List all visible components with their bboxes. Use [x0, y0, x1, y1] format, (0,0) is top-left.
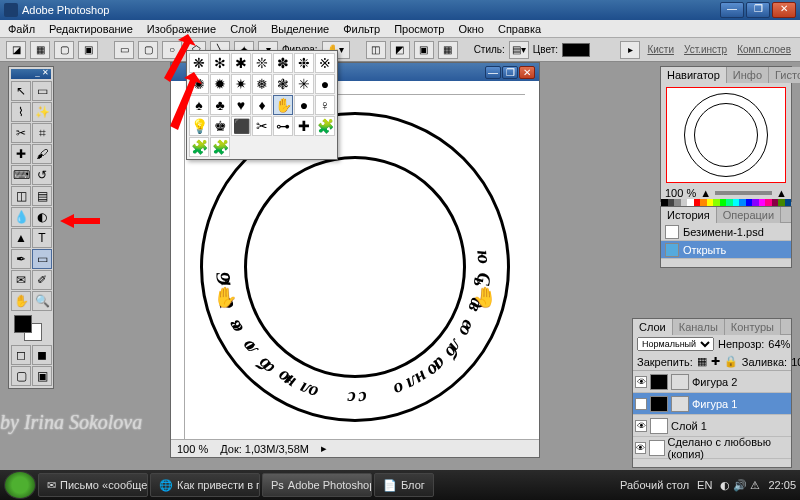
menu-select[interactable]: Выделение [265, 21, 335, 37]
combine-add-button[interactable]: ◫ [366, 41, 386, 59]
layer-row[interactable]: 👁 Фигура 1 [633, 393, 791, 415]
visibility-toggle[interactable]: 👁 [635, 376, 647, 388]
rect-shape-button[interactable]: ▭ [114, 41, 134, 59]
shape-swatch[interactable]: 🧩 [189, 137, 209, 157]
nav-zoom[interactable]: 100 % [665, 187, 696, 199]
nav-zoom-in-icon[interactable]: ▲ [776, 187, 787, 199]
navigator-preview[interactable] [666, 87, 786, 183]
menu-window[interactable]: Окно [452, 21, 490, 37]
fill-pixels-button[interactable]: ▣ [78, 41, 98, 59]
visibility-toggle[interactable]: 👁 [635, 442, 646, 454]
shape-swatch[interactable]: ● [315, 74, 335, 94]
layer-mask-thumb[interactable] [671, 374, 689, 390]
layer-thumb[interactable] [650, 396, 668, 412]
ruler-vertical[interactable] [171, 95, 185, 439]
move-tool[interactable]: ↖ [11, 81, 31, 101]
layer-mask-thumb[interactable] [671, 396, 689, 412]
shape-swatch[interactable]: ● [294, 95, 314, 115]
combine-intersect-button[interactable]: ▣ [414, 41, 434, 59]
layer-comps-link[interactable]: Комп.слоев [734, 44, 794, 55]
screenmode-std[interactable]: ▢ [11, 366, 31, 386]
statusbar-arrow[interactable]: ▸ [321, 442, 327, 455]
tab-histogram[interactable]: Гистограмма [769, 67, 800, 83]
fg-color-chip[interactable] [14, 315, 32, 333]
menu-view[interactable]: Просмотр [388, 21, 450, 37]
system-tray[interactable]: Рабочий стол EN ◐ 🔊 ⚠ 22:05 [620, 479, 796, 492]
shape-swatch[interactable]: ✋ [273, 95, 293, 115]
shape-swatch[interactable]: ✽ [273, 53, 293, 73]
taskbar-item[interactable]: 🌐Как привести в пор... [150, 473, 260, 497]
opacity-value[interactable]: 64% [768, 338, 790, 350]
screenmode-full[interactable]: ▣ [32, 366, 52, 386]
blur-tool[interactable]: 💧 [11, 207, 31, 227]
shape-swatch[interactable]: 🧩 [210, 137, 230, 157]
visibility-toggle[interactable]: 👁 [635, 420, 647, 432]
shape-swatch[interactable]: ✱ [231, 53, 251, 73]
shape-swatch[interactable]: ※ [315, 53, 335, 73]
nav-zoom-slider[interactable] [715, 191, 772, 195]
doc-min-button[interactable]: ― [485, 66, 501, 79]
tool-preset-button[interactable]: ◪ [6, 41, 26, 59]
layer-thumb[interactable] [649, 440, 665, 456]
menu-edit[interactable]: Редактирование [43, 21, 139, 37]
layer-row[interactable]: 👁 Фигура 2 [633, 371, 791, 393]
tab-info[interactable]: Инфо [727, 67, 769, 83]
shape-swatch[interactable]: ✹ [210, 74, 230, 94]
menu-filter[interactable]: Фильтр [337, 21, 386, 37]
shape-swatch[interactable]: ♥ [231, 95, 251, 115]
tray-icons[interactable]: ◐ 🔊 ⚠ [720, 479, 760, 492]
shape-swatch[interactable]: ✂ [252, 116, 272, 136]
pen-tool[interactable]: ✒ [11, 249, 31, 269]
shape-swatch[interactable]: ✚ [294, 116, 314, 136]
type-tool[interactable]: T [32, 228, 52, 248]
path-select-tool[interactable]: ▲ [11, 228, 31, 248]
fill-value[interactable]: 100% [791, 356, 800, 368]
shape-swatch[interactable]: 🧩 [315, 116, 335, 136]
shape-swatch[interactable]: ♣ [210, 95, 230, 115]
start-button[interactable] [4, 471, 36, 499]
menu-help[interactable]: Справка [492, 21, 547, 37]
taskbar-item[interactable]: ✉Письмо «сообщен... [38, 473, 148, 497]
brush-tool[interactable]: 🖌 [32, 144, 52, 164]
combine-subtract-button[interactable]: ◩ [390, 41, 410, 59]
quickmask-off[interactable]: ◻ [11, 345, 31, 365]
doc-max-button[interactable]: ❐ [502, 66, 518, 79]
color-swatch[interactable] [562, 43, 590, 57]
layer-row[interactable]: 👁 Слой 1 [633, 415, 791, 437]
stamp-tool[interactable]: ⌨ [11, 165, 31, 185]
marquee-tool[interactable]: ▭ [32, 81, 52, 101]
tray-desktop-label[interactable]: Рабочий стол [620, 479, 689, 491]
layer-thumb[interactable] [650, 418, 668, 434]
shape-swatch[interactable]: ♚ [210, 116, 230, 136]
close-button[interactable]: ✕ [772, 2, 796, 18]
tab-navigator[interactable]: Навигатор [661, 67, 727, 83]
toolbox-head[interactable]: _ ✕ [11, 69, 51, 79]
layer-name[interactable]: Слой 1 [671, 420, 707, 432]
brushes-link[interactable]: Кисти [644, 44, 677, 55]
history-item[interactable]: Открыть [661, 241, 791, 259]
blend-mode-select[interactable]: Нормальный [637, 337, 714, 351]
tab-channels[interactable]: Каналы [673, 319, 725, 335]
zoom-readout[interactable]: 100 % [177, 443, 208, 455]
history-brush-tool[interactable]: ↺ [32, 165, 52, 185]
shape-swatch[interactable]: ❉ [294, 53, 314, 73]
eyedropper-tool[interactable]: ✐ [32, 270, 52, 290]
tray-clock[interactable]: 22:05 [768, 479, 796, 491]
wand-tool[interactable]: ✨ [32, 102, 52, 122]
tab-paths[interactable]: Контуры [725, 319, 781, 335]
shape-swatch[interactable]: ✳ [294, 74, 314, 94]
shape-swatch[interactable]: ✷ [231, 74, 251, 94]
style-picker[interactable]: ▤▾ [509, 41, 529, 59]
crop-tool[interactable]: ✂ [11, 123, 31, 143]
doc-close-button[interactable]: ✕ [519, 66, 535, 79]
hand-tool[interactable]: ✋ [11, 291, 31, 311]
round-rect-shape-button[interactable]: ▢ [138, 41, 158, 59]
layer-name[interactable]: Фигура 1 [692, 398, 737, 410]
slice-tool[interactable]: ⌗ [32, 123, 52, 143]
lock-all-icon[interactable]: 🔒 [724, 355, 738, 368]
dodge-tool[interactable]: ◐ [32, 207, 52, 227]
combine-exclude-button[interactable]: ▦ [438, 41, 458, 59]
tray-lang[interactable]: EN [697, 479, 712, 491]
paths-button[interactable]: ▢ [54, 41, 74, 59]
eraser-tool[interactable]: ◫ [11, 186, 31, 206]
